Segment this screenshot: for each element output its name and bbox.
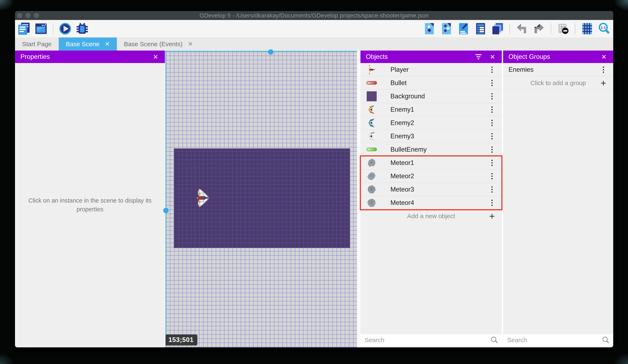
objects-list: PlayerBulletBackgroundEnemy1Enemy2Enemy3…	[360, 63, 502, 223]
enemy2-ship-icon	[366, 117, 377, 129]
window-title: GDevelop 5 - /Users/dkarakay/Documents/G…	[15, 12, 613, 19]
selection-resize-handle-top[interactable]	[268, 49, 273, 55]
tab-label: Base Scene	[66, 41, 99, 48]
instances-list-icon[interactable]	[474, 22, 487, 35]
object-row-bulletenemy[interactable]: BulletEnemy	[360, 143, 502, 156]
enemy1-ship-icon	[366, 104, 377, 116]
object-row-meteor4[interactable]: Meteor4	[360, 196, 502, 209]
play-icon[interactable]	[59, 22, 72, 35]
selection-border-top	[165, 51, 360, 52]
add-new-object-button[interactable]: Add a new object+	[360, 209, 502, 223]
close-icon[interactable]: ✕	[489, 53, 496, 61]
object-menu-kebab-icon[interactable]	[488, 172, 496, 181]
cursor-coordinates-badge: 153;501	[165, 334, 197, 346]
object-name-label: BulletEnemy	[391, 146, 427, 153]
object-groups-panel-header: Object Groups ✕	[503, 51, 613, 63]
object-menu-kebab-icon[interactable]	[488, 105, 496, 114]
minimize-window-button[interactable]	[25, 13, 31, 18]
object-menu-kebab-icon[interactable]	[488, 132, 496, 141]
object-groups-panel-title: Object Groups	[508, 53, 600, 61]
object-name-label: Background	[391, 93, 425, 100]
object-menu-kebab-icon[interactable]	[488, 65, 496, 74]
toolbar-separator	[575, 23, 575, 34]
object-row-background[interactable]: Background	[360, 90, 502, 103]
objects-panel-title: Objects	[366, 53, 475, 61]
objects-search-input[interactable]	[360, 337, 490, 344]
object-menu-kebab-icon[interactable]	[488, 118, 496, 127]
object-row-enemy1[interactable]: Enemy1	[360, 103, 502, 116]
object-row-meteor1[interactable]: Meteor1	[360, 156, 502, 170]
groups-search-bar	[503, 334, 613, 346]
scene-editor-canvas[interactable]: 153;501	[165, 51, 360, 347]
object-groups-list: EnemiesClick to add a group+	[503, 63, 613, 90]
object-name-label: Enemy3	[391, 132, 414, 140]
properties-icon[interactable]	[457, 22, 470, 35]
properties-panel-header: Properties ✕	[15, 51, 165, 63]
plus-icon[interactable]: +	[601, 78, 606, 88]
search-icon[interactable]	[602, 336, 610, 344]
meteor3-icon	[366, 184, 377, 195]
close-tab-icon[interactable]: ✕	[105, 41, 110, 47]
close-window-button[interactable]	[17, 13, 22, 18]
object-menu-kebab-icon[interactable]	[488, 92, 496, 101]
object-name-label: Meteor2	[391, 173, 414, 180]
tab-base-scene[interactable]: Base Scene✕	[59, 37, 117, 51]
add-group-label: Click to add a group	[530, 79, 586, 87]
object-row-bullet[interactable]: Bullet	[360, 76, 502, 90]
close-tab-icon[interactable]: ✕	[188, 41, 193, 47]
search-icon[interactable]	[490, 336, 498, 344]
add-new-object-label: Add a new object	[407, 213, 455, 220]
object-menu-kebab-icon[interactable]	[488, 198, 496, 207]
toolbar-right-group: 1:1	[423, 20, 611, 37]
object-menu-kebab-icon[interactable]	[488, 145, 496, 154]
object-row-meteor2[interactable]: Meteor2	[360, 170, 502, 183]
filter-icon[interactable]	[475, 54, 482, 59]
canvas-vertical-scrollbar[interactable]	[357, 51, 360, 347]
layers-icon[interactable]	[491, 22, 504, 35]
redo-icon[interactable]	[532, 22, 545, 35]
tab-base-scene-events[interactable]: Base Scene (Events)✕	[117, 37, 200, 51]
player-ship-icon	[366, 64, 377, 75]
objects-panel: Objects ✕ PlayerBulletBackgroundEnemy1En…	[360, 51, 502, 347]
selection-resize-handle-left[interactable]	[163, 208, 169, 213]
group-name-label: Enemies	[508, 66, 534, 73]
object-name-label: Meteor3	[391, 186, 414, 193]
groups-search-input[interactable]	[503, 337, 602, 344]
editor-tabbar: Start PageBase Scene✕Base Scene (Events)…	[15, 37, 613, 51]
project-manager-icon[interactable]	[17, 22, 30, 35]
object-row-enemy2[interactable]: Enemy2	[360, 116, 502, 129]
object-name-label: Enemy1	[391, 106, 414, 113]
toggle-instances-mask-icon[interactable]	[556, 22, 569, 35]
properties-panel-title: Properties	[20, 53, 152, 61]
object-groups-icon[interactable]	[440, 22, 453, 35]
zoom-window-button[interactable]	[34, 13, 39, 18]
main-area: Properties ✕ Click on an instance in the…	[15, 51, 613, 347]
object-menu-kebab-icon[interactable]	[488, 158, 496, 168]
meteor2-icon	[366, 170, 377, 182]
meteor4-icon	[366, 197, 377, 209]
undo-icon[interactable]	[515, 22, 528, 35]
objects-panel-icon[interactable]	[423, 22, 436, 35]
add-group-button[interactable]: Click to add a group+	[503, 76, 613, 90]
plus-icon[interactable]: +	[489, 211, 495, 221]
bullet-icon	[366, 77, 377, 89]
group-menu-kebab-icon[interactable]	[600, 65, 607, 74]
start-page-icon[interactable]	[35, 22, 48, 35]
object-menu-kebab-icon[interactable]	[488, 78, 496, 88]
objects-panel-header: Objects ✕	[360, 51, 502, 63]
object-row-meteor3[interactable]: Meteor3	[360, 183, 502, 196]
meteor1-icon	[366, 157, 377, 169]
object-name-label: Bullet	[391, 79, 407, 87]
group-row-enemies[interactable]: Enemies	[503, 63, 613, 76]
close-icon[interactable]: ✕	[600, 53, 608, 61]
close-icon[interactable]: ✕	[152, 53, 159, 61]
grid-icon[interactable]	[581, 22, 594, 35]
player-ship-sprite[interactable]	[196, 188, 210, 208]
object-menu-kebab-icon[interactable]	[488, 185, 496, 194]
object-row-enemy3[interactable]: Enemy3	[360, 129, 502, 143]
tab-start-page[interactable]: Start Page	[15, 37, 59, 51]
properties-panel: Properties ✕ Click on an instance in the…	[15, 51, 165, 347]
debug-icon[interactable]	[76, 22, 89, 35]
zoom-1-1-icon[interactable]: 1:1	[598, 22, 611, 35]
object-row-player[interactable]: Player	[360, 63, 502, 76]
